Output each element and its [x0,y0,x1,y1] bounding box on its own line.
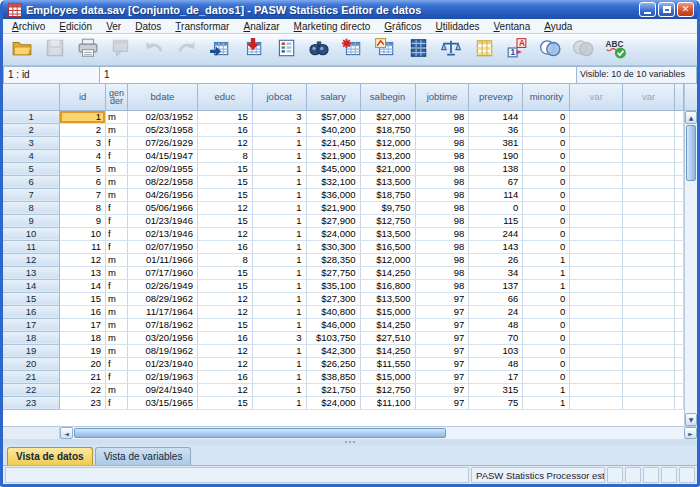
grid-cell[interactable]: 315 [469,383,523,396]
row-header-3[interactable]: 3 [3,136,60,149]
grid-cell[interactable]: 1 [252,370,306,383]
grid-cell[interactable]: $46,000 [306,318,360,331]
grid-cell[interactable]: 98 [415,214,469,227]
grid-cell[interactable]: $28,350 [306,253,360,266]
grid-cell[interactable]: $12,000 [360,253,415,266]
grid-cell[interactable]: 137 [469,279,523,292]
grid-cell[interactable]: $11,100 [360,396,415,409]
grid-cell[interactable]: 36 [469,123,523,136]
use-variable-sets-button[interactable] [536,37,564,63]
grid-cell[interactable]: 0 [523,175,570,188]
grid-cell[interactable]: 144 [469,110,523,123]
open-file-button[interactable] [8,37,36,63]
grid-cell[interactable]: 1 [523,396,570,409]
grid-cell[interactable]: $27,900 [306,214,360,227]
grid-cell[interactable]: 1 [252,214,306,227]
menu-utilidades[interactable]: Utilidades [429,20,487,33]
goto-variable-button[interactable] [239,37,267,63]
grid-cell[interactable]: 67 [469,175,523,188]
grid-cell[interactable]: 1 [252,175,306,188]
grid-cell[interactable]: 98 [415,240,469,253]
grid-cell[interactable]: $13,200 [360,149,415,162]
grid-cell[interactable]: 19 [60,344,106,357]
grid-cell[interactable]: $13,500 [360,227,415,240]
grid-cell[interactable] [570,331,623,344]
grid-cell[interactable]: $40,800 [306,305,360,318]
grid-cell[interactable]: 8 [197,253,252,266]
grid-cell[interactable]: 12 [197,357,252,370]
grid-cell[interactable]: m [106,305,128,318]
grid-cell[interactable]: 143 [469,240,523,253]
grid-cell[interactable]: 97 [415,370,469,383]
grid-cell[interactable]: 48 [469,357,523,370]
grid-cell[interactable]: 12 [60,253,106,266]
grid-cell[interactable]: 98 [415,227,469,240]
menu-ayuda[interactable]: Ayuda [537,20,579,33]
grid-cell[interactable]: 1 [523,253,570,266]
grid-cell[interactable]: $32,100 [306,175,360,188]
column-header-id[interactable]: id [60,84,106,110]
grid-corner-cell[interactable] [3,84,60,110]
grid-cell[interactable]: 244 [469,227,523,240]
grid-cell[interactable]: 13 [60,266,106,279]
grid-cell[interactable]: f [106,357,128,370]
grid-cell[interactable]: 1 [252,292,306,305]
recall-dialogs-button[interactable] [107,37,135,63]
grid-cell[interactable]: 97 [415,357,469,370]
grid-cell[interactable] [570,383,623,396]
grid-cell[interactable]: 16 [197,123,252,136]
grid-cell[interactable]: 12 [197,227,252,240]
grid-cell[interactable] [623,253,675,266]
grid-cell[interactable]: $16,500 [360,240,415,253]
grid-cell[interactable]: m [106,292,128,305]
grid-cell[interactable]: 10 [60,227,106,240]
grid-cell[interactable]: 18 [60,331,106,344]
horizontal-scroll-thumb[interactable] [74,428,446,438]
grid-cell[interactable]: $13,500 [360,175,415,188]
grid-cell[interactable] [570,136,623,149]
grid-cell[interactable]: 70 [469,331,523,344]
row-header-15[interactable]: 15 [3,292,60,305]
grid-cell[interactable]: 15 [60,292,106,305]
grid-cell[interactable]: $15,000 [360,305,415,318]
grid-cell[interactable]: 15 [197,110,252,123]
grid-cell[interactable]: 08/22/1958 [128,175,198,188]
grid-cell[interactable]: $42,300 [306,344,360,357]
grid-cell[interactable]: 03/15/1965 [128,396,198,409]
grid-cell[interactable]: 1 [252,188,306,201]
grid-cell[interactable]: 15 [197,175,252,188]
grid-cell[interactable]: 04/15/1947 [128,149,198,162]
grid-cell[interactable]: 114 [469,188,523,201]
grid-cell[interactable]: 16 [197,370,252,383]
grid-cell[interactable]: 3 [252,331,306,344]
grid-cell[interactable]: 17 [60,318,106,331]
grid-cell[interactable]: m [106,123,128,136]
grid-cell[interactable]: 0 [469,201,523,214]
select-cases-button[interactable] [470,37,498,63]
grid-cell[interactable]: 115 [469,214,523,227]
grid-cell[interactable] [570,266,623,279]
grid-cell[interactable]: 66 [469,292,523,305]
row-header-7[interactable]: 7 [3,188,60,201]
grid-cell[interactable]: $12,750 [360,214,415,227]
grid-cell[interactable] [570,396,623,409]
grid-cell[interactable]: 0 [523,305,570,318]
grid-cell[interactable]: 48 [469,318,523,331]
horizontal-scrollbar[interactable]: ◄ ► [3,426,697,439]
insert-cases-button[interactable] [338,37,366,63]
grid-cell[interactable]: 15 [197,318,252,331]
grid-cell[interactable]: 0 [523,331,570,344]
grid-cell[interactable] [623,383,675,396]
grid-cell[interactable]: 1 [523,266,570,279]
grid-cell[interactable]: 12 [197,305,252,318]
grid-cell[interactable]: 97 [415,383,469,396]
row-header-1[interactable]: 1 [3,110,60,123]
row-header-23[interactable]: 23 [3,396,60,409]
grid-cell[interactable]: $21,450 [306,136,360,149]
row-header-19[interactable]: 19 [3,344,60,357]
grid-cell[interactable]: m [106,162,128,175]
find-button[interactable] [305,37,333,63]
grid-cell[interactable]: m [106,266,128,279]
grid-cell[interactable]: $14,250 [360,344,415,357]
grid-cell[interactable]: 1 [252,396,306,409]
